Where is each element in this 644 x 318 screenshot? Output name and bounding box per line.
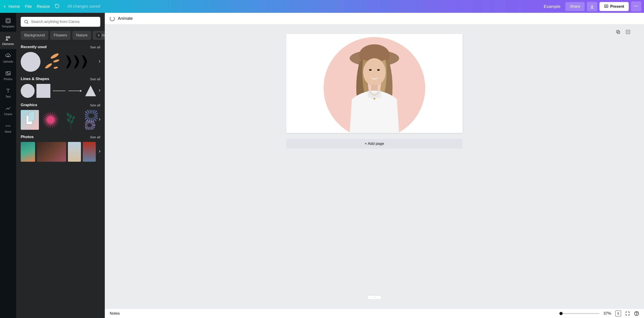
rail-text-label: Text — [6, 95, 11, 98]
shape-line[interactable] — [52, 84, 66, 98]
rail-templates[interactable]: Templates — [0, 14, 16, 32]
undo-button[interactable] — [55, 4, 60, 10]
element-brush-strokes[interactable] — [42, 52, 62, 72]
undo-icon — [55, 4, 60, 8]
see-all-photos[interactable]: See all — [90, 135, 100, 139]
svg-marker-22 — [80, 90, 82, 92]
page-strip-toggle[interactable] — [368, 296, 381, 299]
see-all-graphics[interactable]: See all — [90, 103, 100, 107]
fullscreen-button[interactable] — [625, 311, 630, 316]
canvas-slide[interactable] — [286, 34, 462, 133]
element-chevrons[interactable] — [64, 52, 91, 72]
animate-button[interactable]: Animate — [118, 16, 133, 21]
notes-button[interactable]: Notes — [110, 311, 120, 316]
file-menu[interactable]: File — [25, 4, 32, 9]
chevron-right-icon — [98, 88, 102, 92]
zoom-slider-knob[interactable] — [560, 312, 562, 315]
svg-point-31 — [86, 111, 97, 120]
chevron-right-icon — [98, 118, 102, 122]
save-status: All changes saved — [67, 4, 100, 9]
templates-icon — [5, 18, 11, 24]
shape-circle[interactable] — [21, 84, 35, 98]
chevron-up-icon — [373, 296, 376, 298]
see-all-lines-shapes[interactable]: See all — [90, 77, 100, 81]
duplicate-page-button[interactable] — [616, 30, 620, 34]
chips-scroll-right[interactable] — [96, 32, 102, 38]
shape-arrow[interactable] — [68, 84, 82, 98]
photos-icon — [5, 70, 11, 76]
page-count[interactable]: 1 — [615, 310, 621, 316]
svg-rect-8 — [8, 36, 10, 38]
chevron-right-icon — [98, 59, 102, 64]
search-wrap — [21, 17, 100, 27]
zoom-slider[interactable] — [559, 313, 600, 314]
photo-thumb-4[interactable] — [83, 142, 96, 162]
svg-point-15 — [25, 20, 28, 23]
rail-elements[interactable]: Elements — [0, 32, 16, 49]
svg-rect-33 — [617, 31, 620, 34]
svg-point-44 — [374, 98, 375, 100]
photo-thumb-1[interactable] — [21, 142, 35, 162]
rail-charts[interactable]: Charts — [0, 102, 16, 120]
rail-templates-label: Templates — [2, 25, 14, 28]
photo-thumb-3[interactable] — [68, 142, 81, 162]
charts-icon — [5, 106, 11, 111]
graphic-branch[interactable] — [62, 110, 80, 130]
more-menu-button[interactable] — [631, 1, 641, 12]
chevron-right-icon — [98, 149, 102, 154]
svg-rect-25 — [28, 112, 34, 122]
svg-rect-34 — [616, 30, 619, 33]
chip-background[interactable]: Background — [21, 31, 48, 40]
graphic-isometric[interactable] — [21, 110, 39, 130]
svg-point-4 — [637, 6, 638, 6]
text-icon — [5, 88, 11, 94]
canvas-element-portrait[interactable] — [338, 41, 410, 133]
svg-point-27 — [69, 115, 72, 119]
rail-photos-label: Photos — [4, 78, 12, 81]
graphics-scroll-right[interactable] — [98, 118, 102, 122]
rail-more[interactable]: More — [0, 120, 16, 137]
element-circle[interactable] — [21, 52, 40, 72]
play-icon — [604, 4, 608, 9]
elements-icon — [5, 35, 11, 41]
recently-used-scroll-right[interactable] — [98, 59, 102, 64]
home-link[interactable]: Home — [3, 4, 20, 9]
download-button[interactable] — [587, 2, 597, 11]
shape-triangle[interactable] — [84, 84, 98, 98]
photo-thumb-2[interactable] — [37, 142, 66, 162]
zoom-percentage[interactable]: 37% — [604, 311, 611, 316]
search-input[interactable] — [31, 20, 97, 24]
svg-point-46 — [636, 314, 636, 314]
document-name[interactable]: Example — [544, 4, 560, 9]
see-all-recently-used[interactable]: See all — [90, 45, 100, 49]
section-recently-used-title: Recently used — [21, 45, 46, 49]
svg-point-2 — [634, 6, 635, 6]
chevron-left-icon — [3, 4, 7, 8]
svg-point-28 — [67, 118, 70, 122]
shape-square[interactable] — [36, 84, 50, 98]
chip-nature[interactable]: Nature — [72, 31, 91, 40]
svg-point-20 — [53, 66, 58, 69]
rail-photos[interactable]: Photos — [0, 67, 16, 84]
photos-scroll-right[interactable] — [98, 149, 102, 154]
lines-shapes-scroll-right[interactable] — [98, 88, 102, 93]
add-page-button[interactable]: + Add page — [286, 139, 462, 149]
svg-point-32 — [86, 122, 94, 129]
graphic-sunburst[interactable] — [41, 110, 60, 130]
section-graphics-title: Graphics — [21, 103, 37, 107]
rail-text[interactable]: Text — [0, 84, 16, 102]
chevron-right-icon — [97, 33, 101, 37]
uploads-icon — [5, 53, 11, 59]
share-button[interactable]: Share — [565, 2, 584, 11]
section-photos-title: Photos — [21, 135, 34, 139]
present-button[interactable]: Present — [600, 2, 629, 11]
rail-more-label: More — [5, 130, 11, 133]
chip-flowers[interactable]: Flowers — [50, 31, 71, 40]
svg-rect-6 — [7, 20, 10, 22]
resize-menu[interactable]: Resize — [37, 4, 50, 9]
rail-uploads[interactable]: Uploads — [0, 49, 16, 67]
svg-marker-1 — [606, 6, 607, 6]
help-button[interactable] — [634, 311, 639, 316]
svg-point-12 — [6, 126, 7, 126]
add-page-icon-button[interactable] — [626, 30, 630, 34]
